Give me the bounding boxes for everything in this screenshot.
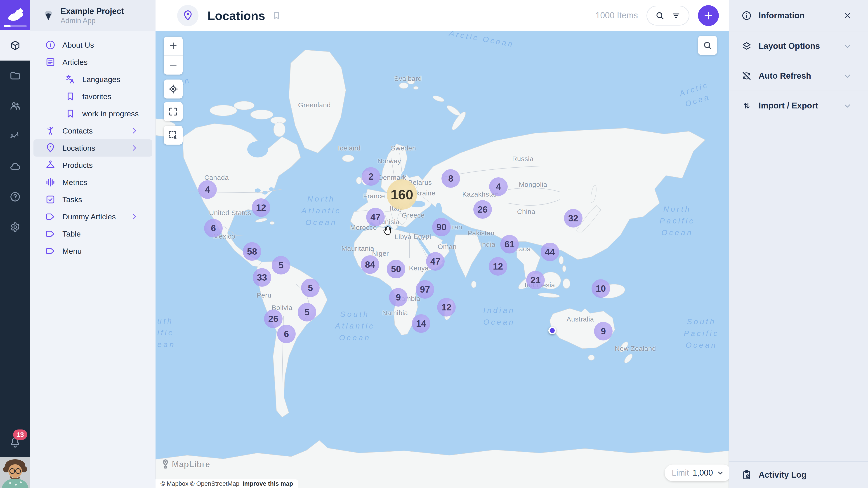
map-cluster[interactable]: 2 bbox=[362, 167, 380, 186]
map-cluster[interactable]: 5 bbox=[272, 256, 290, 274]
map-cluster[interactable]: 12 bbox=[489, 257, 507, 275]
improve-map-link[interactable]: Improve this map bbox=[243, 480, 293, 487]
nav-item-metrics[interactable]: Metrics bbox=[33, 174, 152, 191]
map-cluster[interactable]: 84 bbox=[361, 255, 379, 274]
nav-item-products[interactable]: Products bbox=[33, 157, 152, 174]
map-attribution: © Mapbox © OpenStreetMap Improve this ma… bbox=[156, 480, 298, 488]
map-cluster[interactable]: 90 bbox=[432, 218, 451, 236]
map-cluster[interactable]: 12 bbox=[437, 298, 456, 317]
filter-icon[interactable] bbox=[671, 11, 681, 21]
map-cluster[interactable]: 21 bbox=[526, 271, 545, 289]
nav-item-languages[interactable]: Languages bbox=[33, 71, 152, 88]
maplibre-logo[interactable]: MapLibre bbox=[160, 459, 210, 469]
country-label-pakistan: Pakistan bbox=[467, 229, 494, 237]
notifications-button[interactable]: 13 bbox=[0, 428, 30, 457]
map-point-marker[interactable] bbox=[548, 327, 556, 334]
map-cluster[interactable]: 32 bbox=[564, 209, 583, 228]
plus-icon bbox=[703, 10, 714, 21]
nav-item-work-in-progress[interactable]: work in progress bbox=[33, 105, 152, 122]
bookmark-icon[interactable] bbox=[272, 11, 281, 21]
module-people-button[interactable] bbox=[0, 91, 30, 121]
module-folder-button[interactable] bbox=[0, 61, 30, 91]
sidebar-section-auto-refresh[interactable]: Auto Refresh bbox=[729, 61, 868, 91]
map-cluster[interactable]: 97 bbox=[416, 280, 434, 299]
sidebar-section-information[interactable]: Information bbox=[729, 0, 868, 31]
nav-item-contacts[interactable]: Contacts bbox=[33, 122, 152, 139]
map-cluster[interactable]: 14 bbox=[412, 314, 430, 333]
map-cluster[interactable]: 26 bbox=[473, 200, 492, 219]
map-cluster[interactable]: 9 bbox=[389, 288, 408, 306]
map-cluster[interactable]: 61 bbox=[500, 235, 519, 254]
nav-item-dummy-articles[interactable]: Dummy Articles bbox=[33, 208, 152, 225]
search-icon bbox=[702, 40, 713, 51]
map-cluster[interactable]: 44 bbox=[541, 242, 559, 261]
map-cluster[interactable]: 47 bbox=[366, 208, 385, 226]
zoom-in-button[interactable] bbox=[164, 37, 183, 56]
chevron-right-icon[interactable] bbox=[130, 212, 139, 221]
country-label-russia: Russia bbox=[512, 155, 534, 163]
map-cluster[interactable]: 6 bbox=[204, 219, 223, 237]
country-label-india: India bbox=[480, 240, 495, 248]
box-select-button[interactable] bbox=[164, 126, 183, 144]
nav-item-table[interactable]: Table bbox=[33, 225, 152, 242]
chevron-down-icon[interactable] bbox=[843, 101, 852, 110]
chevron-right-icon[interactable] bbox=[130, 126, 139, 135]
map-cluster[interactable]: 26 bbox=[264, 310, 283, 328]
user-avatar[interactable] bbox=[0, 457, 30, 488]
nav-item-about-us[interactable]: About Us bbox=[33, 36, 152, 54]
map-zoom-controls bbox=[164, 37, 183, 74]
map-cluster[interactable]: 50 bbox=[387, 260, 405, 278]
map-cluster[interactable]: 6 bbox=[277, 325, 296, 343]
map-cluster[interactable]: 160 bbox=[387, 180, 417, 210]
nav-item-tasks[interactable]: Tasks bbox=[33, 191, 152, 208]
chevron-down-icon[interactable] bbox=[843, 41, 852, 51]
app-root: 13 bbox=[0, 0, 868, 488]
country-label-namibia: Namibia bbox=[382, 309, 408, 317]
sidebar-section-label: Import / Export bbox=[758, 101, 818, 110]
chevron-right-icon[interactable] bbox=[130, 143, 139, 153]
module-activity-button[interactable] bbox=[0, 121, 30, 151]
module-help-button[interactable] bbox=[0, 182, 30, 212]
close-icon[interactable] bbox=[843, 11, 852, 20]
rabbit-logo-icon bbox=[5, 5, 25, 25]
search-filter-pill[interactable] bbox=[647, 6, 689, 26]
zoom-out-button[interactable] bbox=[164, 56, 183, 74]
activity-log-button[interactable]: Activity Log bbox=[729, 461, 868, 488]
sidebar-section-layout-options[interactable]: Layout Options bbox=[729, 31, 868, 61]
attribution-providers[interactable]: © Mapbox © OpenStreetMap bbox=[160, 480, 239, 487]
map-canvas[interactable]: Arctic OceanArctic OceaanNorth Atlantic … bbox=[156, 31, 729, 488]
project-header[interactable]: Example Project Admin App bbox=[30, 0, 156, 31]
search-icon[interactable] bbox=[655, 11, 665, 21]
chevron-down-icon[interactable] bbox=[843, 71, 852, 80]
sidebar-section-import-export[interactable]: Import / Export bbox=[729, 91, 868, 121]
add-item-button[interactable] bbox=[698, 5, 719, 26]
limit-dropdown[interactable]: Limit 1,000 bbox=[664, 464, 729, 481]
map-cluster[interactable]: 10 bbox=[592, 279, 610, 298]
map-cluster[interactable]: 5 bbox=[298, 303, 316, 322]
map-cluster[interactable]: 47 bbox=[426, 252, 445, 271]
map-cluster[interactable]: 4 bbox=[489, 177, 508, 196]
pin-icon bbox=[45, 143, 56, 153]
module-box-button[interactable] bbox=[0, 30, 30, 61]
app-logo[interactable] bbox=[0, 0, 30, 30]
geolocate-button[interactable] bbox=[164, 79, 183, 98]
map-search-button[interactable] bbox=[698, 36, 717, 55]
nav-item-locations[interactable]: Locations bbox=[33, 139, 152, 157]
nav-item-favorites[interactable]: favorites bbox=[33, 88, 152, 105]
items-count: 1000 Items bbox=[595, 11, 638, 20]
nav-item-menu[interactable]: Menu bbox=[33, 242, 152, 260]
map-cluster[interactable]: 12 bbox=[252, 198, 270, 217]
module-cloud-button[interactable] bbox=[0, 151, 30, 182]
map-cluster[interactable]: 33 bbox=[253, 268, 271, 287]
map-cluster[interactable]: 8 bbox=[441, 169, 460, 188]
fullscreen-button[interactable] bbox=[164, 102, 183, 121]
project-name: Example Project bbox=[61, 6, 124, 16]
box-select-icon bbox=[168, 130, 178, 140]
nav-item-articles[interactable]: Articles bbox=[33, 54, 152, 71]
map-cluster[interactable]: 5 bbox=[301, 279, 320, 297]
nav-item-label: Tasks bbox=[62, 195, 82, 204]
map-cluster[interactable]: 9 bbox=[594, 322, 613, 340]
map-cluster[interactable]: 4 bbox=[198, 180, 217, 199]
map-cluster[interactable]: 58 bbox=[243, 242, 261, 261]
module-settings-button[interactable] bbox=[0, 212, 30, 242]
